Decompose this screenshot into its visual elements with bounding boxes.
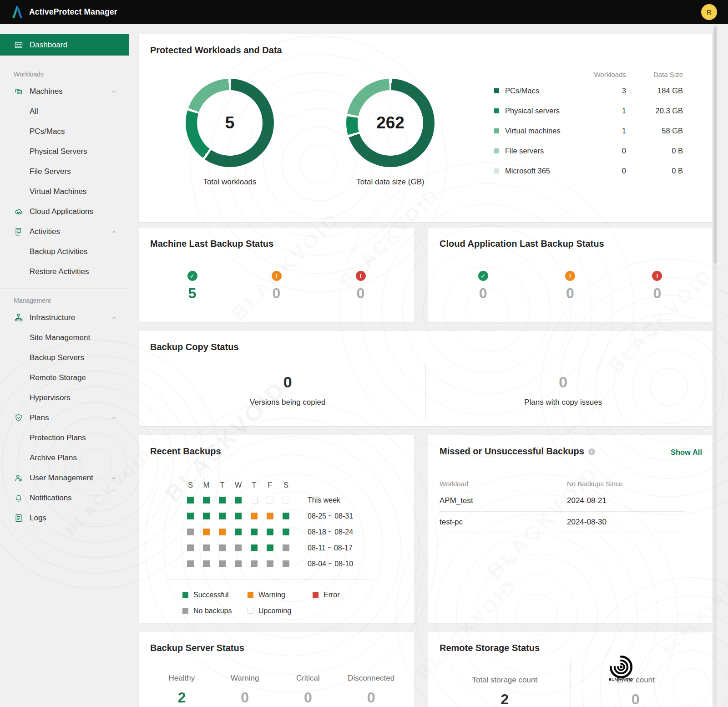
backup-week-row: This week (182, 492, 353, 508)
sidebar-item-cloud-applications[interactable]: Cloud Applications (0, 202, 129, 222)
sidebar-item-plans[interactable]: Plans (0, 408, 129, 428)
machine-backup-status-card: Machine Last Backup Status ✓ 5 ! 0 ! 0 (139, 228, 414, 322)
data-size-value: 0 B (626, 147, 683, 155)
backup-day-cell (278, 544, 294, 551)
backup-day-cell (214, 529, 230, 535)
show-all-link[interactable]: Show All (671, 448, 702, 457)
sidebar-item-pcs-macs[interactable]: PCs/Macs (0, 122, 129, 142)
backup-day-cell (262, 560, 278, 567)
day-header: T (246, 481, 262, 489)
sidebar-item-label: Virtual Machines (30, 187, 86, 196)
sidebar-item-file-servers[interactable]: File Servers (0, 162, 129, 182)
backup-day-cell (182, 544, 198, 551)
table-row[interactable]: test-pc 2024-08-30 (440, 512, 685, 533)
sidebar-item-remote-storage[interactable]: Remote Storage (0, 368, 129, 388)
sidebar-item-notifications[interactable]: Notifications (0, 488, 129, 508)
sidebar-section-workloads: Workloads (14, 71, 129, 78)
sidebar-item-physical-servers[interactable]: Physical Servers (0, 142, 129, 162)
day-header: W (230, 481, 246, 489)
backup-day-cell (214, 560, 230, 567)
card-title: Cloud Application Last Backup Status (440, 239, 604, 249)
legend-label: Virtual machines (505, 127, 561, 135)
legend-row: Physical servers 1 20.3 GB (494, 101, 683, 121)
status-row: ✓ 0 ! 0 ! 0 (440, 271, 701, 300)
legend-color-swatch (494, 148, 499, 153)
legend-label: File servers (505, 147, 544, 155)
sidebar-item-logs[interactable]: Logs (0, 508, 129, 528)
backup-day-cell (278, 529, 294, 535)
workloads-count: 1 (590, 107, 626, 115)
backup-week-row: 08-04 ~ 08-10 (182, 556, 353, 572)
sidebar-item-label: Activities (30, 227, 60, 236)
scrollbar-thumb[interactable] (713, 27, 717, 264)
backup-day-cell (214, 513, 230, 519)
warning-status: ! 0 (234, 271, 318, 300)
sidebar-item-all[interactable]: All (0, 102, 129, 122)
healthy-status: Healthy 2 (150, 674, 213, 705)
legend-row: PCs/Macs 3 184 GB (494, 81, 683, 101)
legend-no-backups: No backups (182, 607, 248, 615)
versions-being-copied: 0 Versions being copied (150, 363, 425, 418)
card-title: Remote Storage Status (440, 643, 540, 653)
warning-swatch (248, 592, 253, 598)
sidebar-item-label: Machines (30, 87, 63, 96)
chevron-down-icon[interactable] (111, 475, 117, 481)
versions-label: Versions being copied (250, 398, 325, 407)
sidebar-section-management: Management (14, 297, 129, 304)
status-label: Warning (231, 674, 259, 683)
user-gear-icon (14, 473, 23, 483)
donut-center-value: 5 (186, 79, 274, 167)
error-count: 0 (653, 286, 661, 300)
backup-day-cell (230, 497, 246, 504)
info-icon[interactable]: i (588, 448, 595, 455)
sidebar-item-label: PCs/Macs (30, 127, 65, 136)
sidebar-item-backup-servers[interactable]: Backup Servers (0, 348, 129, 368)
sidebar-item-protection-plans[interactable]: Protection Plans (0, 428, 129, 448)
user-avatar[interactable]: R (701, 4, 717, 20)
sidebar-item-restore-activities[interactable]: Restore Activities (0, 262, 129, 282)
data-size-value: 20.3 GB (626, 107, 683, 115)
sidebar-item-site-management[interactable]: Site Management (0, 328, 129, 348)
donut-center-value: 262 (346, 79, 435, 167)
sidebar-item-infrastructure[interactable]: Infrastructure (0, 308, 129, 328)
vertical-scrollbar[interactable] (713, 24, 717, 707)
backup-week-row: 08-18 ~ 08-24 (182, 524, 353, 540)
issues-label: Plans with copy issues (524, 398, 602, 407)
sidebar-item-virtual-machines[interactable]: Virtual Machines (0, 182, 129, 202)
sidebar-item-label: Logs (30, 514, 46, 523)
sidebar-item-dashboard[interactable]: Dashboard (0, 34, 129, 56)
table-row[interactable]: APM_test 2024-08-21 (440, 490, 685, 512)
backup-server-status-card: Backup Server Status Healthy 2 Warning 0… (139, 632, 414, 707)
no-backups-since-date: 2024-08-30 (567, 518, 685, 527)
error-icon: ! (356, 271, 366, 281)
backup-grid-legend: Successful Warning Error No backups Upco… (182, 587, 378, 619)
sidebar-item-user-management[interactable]: User Management (0, 468, 129, 488)
chevron-up-icon[interactable] (111, 415, 117, 421)
chevron-up-icon[interactable] (111, 229, 117, 235)
backup-day-cell (198, 560, 214, 567)
card-title: Missed or Unsuccessful Backupsi (440, 446, 595, 457)
column-header-data-size: Data Size (626, 71, 683, 78)
week-label: 08-04 ~ 08-10 (308, 560, 353, 568)
sidebar-item-archive-plans[interactable]: Archive Plans (0, 448, 129, 468)
warning-count: 0 (566, 286, 574, 300)
data-size-value: 184 GB (626, 86, 683, 95)
sidebar-item-label: Restore Activities (30, 267, 89, 276)
sidebar-item-hypervisors[interactable]: Hypervisors (0, 388, 129, 408)
backup-day-cell (182, 529, 198, 535)
sidebar-item-label: Archive Plans (30, 453, 77, 463)
warning-icon: ! (565, 271, 575, 281)
cloud-backup-status-card: Cloud Application Last Backup Status ✓ 0… (428, 228, 712, 322)
issues-count: 0 (559, 374, 567, 390)
card-title-text: Missed or Unsuccessful Backups (440, 446, 584, 456)
disconnected-count: 0 (367, 690, 375, 705)
sidebar-item-backup-activities[interactable]: Backup Activities (0, 242, 129, 262)
warning-status: ! 0 (526, 271, 613, 300)
backup-day-cell (262, 497, 278, 504)
sidebar-item-activities[interactable]: Activities (0, 222, 129, 242)
workloads-count: 0 (590, 147, 626, 155)
chevron-up-icon[interactable] (111, 88, 117, 95)
sidebar-item-machines[interactable]: Machines (0, 81, 129, 102)
chevron-up-icon[interactable] (111, 315, 117, 321)
error-count: 0 (357, 286, 365, 300)
